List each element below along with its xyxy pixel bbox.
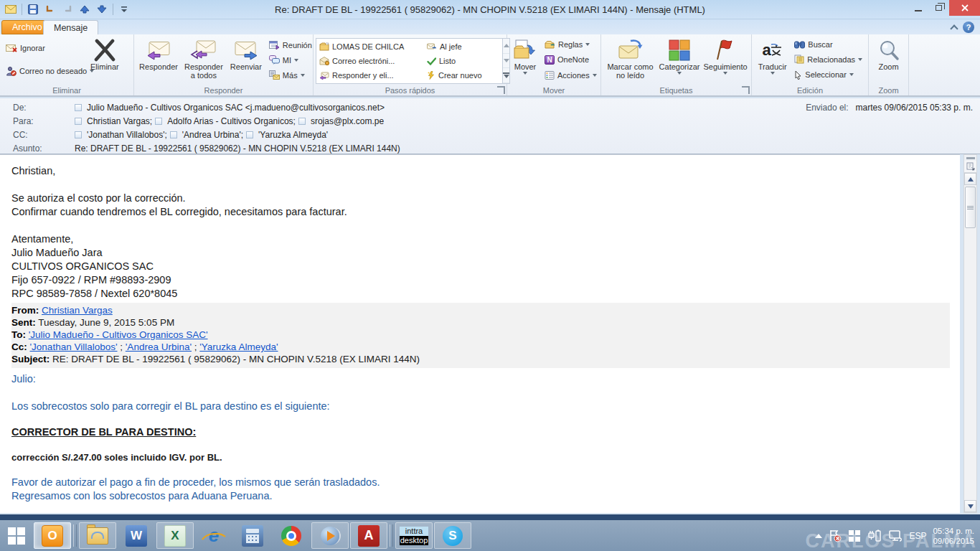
select-button[interactable]: Seleccionar [792,70,864,80]
taskbar-chrome-button[interactable] [273,522,310,549]
scroll-up-button[interactable] [964,173,976,185]
related-button[interactable]: Relacionadas [792,54,864,65]
close-button[interactable] [949,0,980,16]
onenote-button[interactable]: N OneNote [542,55,599,65]
taskbar-inttra-button[interactable]: inttra desktop [395,522,433,549]
actions-button[interactable]: Acciones [542,70,599,80]
taskbar-explorer-button[interactable] [79,522,116,549]
followup-button[interactable]: Seguimiento [702,36,749,84]
group-label-etiquetas: Etiquetas [601,86,751,95]
more-respond-button[interactable]: Más [267,70,314,80]
group-edicion: a Traducir Buscar Relacionadas [752,34,869,95]
taskbar-ie-button[interactable]: e [195,522,232,549]
qat-separator [113,4,113,15]
signature-line: CULTIVOS ORGANICOS SAC [11,260,953,273]
taskbar-clock[interactable]: 05:34 p. m. 09/06/2015 [933,526,974,546]
im-button[interactable]: MI [267,55,314,65]
to-recipient[interactable]: Adolfo Arias - Cultivos Organicos; [167,116,296,126]
forward-button[interactable]: Reenviar [227,36,265,84]
mail-icon[interactable] [4,3,17,16]
taskbar-word-button[interactable]: W [118,522,155,549]
collapse-ribbon-icon[interactable] [950,24,958,32]
start-button[interactable] [0,520,33,551]
scrollbar-thumb[interactable] [965,187,976,228]
quoted-to-link[interactable]: 'Julio Madueño - Cultivos Organicos SAC' [29,329,208,340]
quoted-from-link[interactable]: Christian Vargas [42,305,113,316]
quoted-cc-link[interactable]: 'Yaruzka Almeyda' [199,342,278,352]
minimize-button[interactable] [908,0,928,16]
scroll-down-button[interactable] [964,500,976,512]
taskbar-skype-button[interactable]: S [434,522,471,549]
quoted-cc-link[interactable]: 'Andrea Urbina' [126,342,192,352]
quoted-cc-label: Cc: [11,342,27,352]
zoom-button[interactable]: Zoom [875,36,903,84]
tab-mensaje[interactable]: Mensaje [43,20,98,34]
quick-step-lomas[interactable]: LOMAS DE CHILCA [318,39,425,54]
cc-recipient[interactable]: 'Jonathan Villalobos'; [87,130,167,140]
taskbar-acrobat-button[interactable]: A [350,522,387,549]
zoom-magnifier-icon [878,38,900,62]
delete-button[interactable]: Eliminar [87,36,123,84]
split-handle[interactable] [964,155,976,161]
restore-button[interactable] [928,0,949,16]
vertical-scrollbar[interactable] [963,154,977,513]
subject-value: Re: DRAFT DE BL - 19922561 ( 95829062) -… [75,143,400,154]
taskbar-calculator-button[interactable] [234,522,271,549]
reading-view-icon[interactable] [964,161,976,173]
meeting-button[interactable]: Reunión [267,39,314,50]
find-button[interactable]: Buscar [792,39,864,50]
check-step-icon [427,57,436,65]
presence-indicator [75,104,82,111]
quick-step-correo[interactable]: Correo electróni... [318,54,425,68]
taskbar-mediaplayer-button[interactable] [311,522,349,549]
previous-item-icon[interactable] [78,3,91,16]
next-item-icon[interactable] [95,3,108,16]
ignore-icon [6,44,17,52]
windows-tray-icon[interactable] [848,529,861,542]
help-icon[interactable]: ? [963,22,974,33]
dialog-launcher-icon[interactable] [497,86,505,94]
group-label-responder: Responder [134,86,313,95]
translate-button[interactable]: a Traducir [754,36,791,84]
quick-step-crear-nuevo[interactable]: Crear nuevo [425,68,501,83]
signature-line: Fijo 657-0922 / RPM #98893-2909 [11,273,953,287]
delete-x-icon [93,38,117,62]
message-body[interactable]: Christian, Se autoriza el costo por la c… [0,154,960,513]
mark-unread-button[interactable]: Marcar como no leído [603,36,657,84]
move-button[interactable]: Mover [509,36,541,84]
cc-recipient[interactable]: 'Yaruzka Almeyda' [258,130,328,140]
taskbar-outlook-button[interactable]: O [34,522,71,549]
network-icon[interactable] [888,529,903,542]
tray-overflow-icon[interactable] [815,534,822,538]
quick-step-al-jefe[interactable]: Al jefe [425,39,501,54]
group-label-mover: Mover [507,86,600,95]
reply-button[interactable]: Responder [136,36,181,84]
cc-recipient[interactable]: 'Andrea Urbina'; [182,130,243,140]
categorize-button[interactable]: Categorizar [657,36,702,84]
to-recipient[interactable]: srojas@plx.com.pe [311,116,384,126]
related-pages-icon [794,55,804,64]
junk-button[interactable]: Correo no deseado [4,65,85,77]
dialog-launcher-icon[interactable] [742,86,750,94]
reply-all-button[interactable]: Responder a todos [181,36,227,84]
ignore-button[interactable]: Ignorar [4,43,85,53]
language-indicator[interactable]: ESP [909,531,926,541]
to-recipient[interactable]: Christian Vargas; [87,116,152,126]
group-label-pasos: Pasos rápidos [314,86,507,95]
chevron-down-icon [523,72,527,75]
save-icon[interactable] [27,3,39,16]
undo-icon[interactable] [44,3,57,16]
from-value[interactable]: Julio Madueño - Cultivos Organicos SAC <… [87,103,385,113]
action-center-flag-icon[interactable] [829,529,842,542]
taskbar-excel-button[interactable]: X [156,522,194,549]
quick-step-listo[interactable]: Listo [425,54,501,68]
inttra-desktop-icon: inttra desktop [400,527,428,545]
excel-icon: X [164,525,186,547]
quick-step-responder[interactable]: Responder y eli... [318,68,425,83]
customize-qat-icon[interactable] [118,3,131,16]
group-label-eliminar: Eliminar [0,86,133,95]
subject-label: Asunto: [13,143,72,154]
rules-button[interactable]: Reglas [542,39,599,50]
quoted-cc-link[interactable]: 'Jonathan Villalobos' [30,342,118,352]
power-plug-icon[interactable] [867,529,882,542]
